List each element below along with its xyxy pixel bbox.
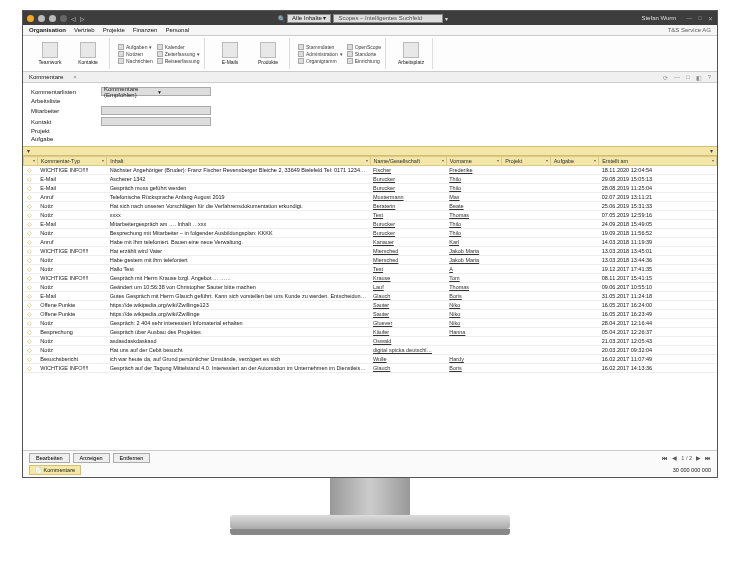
column-header[interactable]: Vorname▾: [446, 157, 501, 166]
window-button[interactable]: [49, 15, 56, 22]
tab-kommentare[interactable]: Kommentare: [29, 74, 63, 80]
menu-tab-vertrieb[interactable]: Vertrieb: [74, 27, 95, 33]
footer-tab-kommentare[interactable]: 📄 Kommentare: [29, 465, 81, 475]
table-row[interactable]: ◇E-MailGespräch muss geführt werdenBuruc…: [24, 184, 717, 193]
cell: Miersched: [370, 247, 446, 256]
cell: 13.03.2018 13:44:36: [599, 256, 717, 265]
ribbon-teamwork[interactable]: Teamwork: [33, 42, 67, 65]
tool-icon[interactable]: ⟳: [663, 74, 668, 81]
table-row[interactable]: ◇WICHTIGE INFO!!!!Gespräch auf der Tagun…: [24, 364, 717, 373]
forward-icon[interactable]: ▷: [80, 15, 85, 22]
table-row[interactable]: ◇NotizasdasdaskdaskasdOswald21.03.2017 1…: [24, 337, 717, 346]
pager-last-icon[interactable]: ⏭: [705, 455, 711, 461]
tool-icon[interactable]: ◧: [696, 74, 702, 81]
table-row[interactable]: ◇BesprechungGespräch über Ausbau des Pro…: [24, 328, 717, 337]
cell: Oswald: [370, 337, 446, 346]
table-row[interactable]: ◇AnrufTelefonische Rücksprache Anfang Au…: [24, 193, 717, 202]
table-row[interactable]: ◇E-MailMitarbeitergespräch am …. Inhalt …: [24, 220, 717, 229]
show-button[interactable]: Anzeigen: [73, 453, 110, 463]
table-row[interactable]: ◇NotizGeändert um 10:56:38 von Christoph…: [24, 283, 717, 292]
search-input[interactable]: Scopes – Intelligentes Suchfeld: [333, 14, 443, 23]
pager-prev-icon[interactable]: ◀: [672, 455, 677, 461]
grid-group-bar[interactable]: [23, 146, 717, 156]
minimize-icon[interactable]: —: [686, 15, 692, 22]
table-row[interactable]: ◇NotizHat sich nach unseren Vorschlägen …: [24, 202, 717, 211]
menu-tab-finanzen[interactable]: Finanzen: [133, 27, 158, 33]
ribbon-kalender[interactable]: Kalender: [157, 44, 200, 50]
column-header[interactable]: Name/Gesellschaft▾: [370, 157, 446, 166]
table-row[interactable]: ◇WICHTIGE INFO!!!!Nächster Angehöriger (…: [24, 166, 717, 175]
column-header[interactable]: Inhalt▾: [107, 157, 370, 166]
menu-tab-organisation[interactable]: Organisation: [29, 27, 66, 33]
window-button[interactable]: [27, 15, 34, 22]
ribbon-einrichtung[interactable]: Einrichtung: [347, 58, 381, 64]
pager-next-icon[interactable]: ▶: [696, 455, 701, 461]
data-grid[interactable]: ▾Kommentar-Typ▾Inhalt▾Name/Gesellschaft▾…: [23, 156, 717, 450]
close-icon[interactable]: ✕: [708, 15, 713, 22]
ribbon-reiseerfassung[interactable]: Reiseerfassung: [157, 58, 200, 64]
close-tab-icon[interactable]: ×: [73, 74, 77, 80]
column-header[interactable]: Aufgabe▾: [550, 157, 599, 166]
filter-combo[interactable]: Kommentare (Empfohlen)▼: [101, 87, 211, 96]
ribbon-emails[interactable]: E-Mails: [213, 42, 247, 65]
ribbon-stammdaten[interactable]: Stammdaten: [298, 44, 343, 50]
ribbon-arbeitsplatz[interactable]: Arbeitsplatz: [394, 42, 428, 65]
table-row[interactable]: ◇AnrufHabe mit Ihm telefoniert. Bauen ei…: [24, 238, 717, 247]
table-row[interactable]: ◇NotizGespräch: 2 404 sehr interessiert …: [24, 319, 717, 328]
filter-combo[interactable]: ▼: [101, 106, 211, 115]
table-row[interactable]: ◇WICHTIGE INFO!!!!Gespräch mit Herrn Kra…: [24, 274, 717, 283]
remove-button[interactable]: Entfernen: [113, 453, 151, 463]
back-icon[interactable]: ◁: [71, 15, 76, 22]
cell: Notiz: [37, 211, 106, 220]
table-row[interactable]: ◇Offene Punktehttps://de.wikipedia.org/w…: [24, 301, 717, 310]
cell: 19.12.2017 17:41:35: [599, 265, 717, 274]
table-row[interactable]: ◇NotizBesprechung mit Mitarbeiter – in f…: [24, 229, 717, 238]
column-header[interactable]: Kommentar-Typ▾: [37, 157, 106, 166]
tool-icon[interactable]: —: [674, 74, 680, 81]
column-header[interactable]: Projekt▾: [502, 157, 551, 166]
row-icon: ◇: [24, 355, 38, 364]
ribbon-aufgaben[interactable]: Aufgaben▾: [118, 44, 153, 50]
table-row[interactable]: ◇WICHTIGE INFO!!!!Hat erzählt wird Vater…: [24, 247, 717, 256]
ribbon-administration[interactable]: Administration▾: [298, 51, 343, 57]
pager-first-icon[interactable]: ⏮: [662, 455, 668, 461]
column-header[interactable]: ▾: [24, 157, 38, 166]
ribbon-notizen[interactable]: Notizen: [118, 51, 153, 57]
ribbon-nachrichten[interactable]: Nachrichten: [118, 58, 153, 64]
cell: 24.09.2018 15:49:05: [599, 220, 717, 229]
tool-icon[interactable]: □: [686, 74, 690, 81]
table-row[interactable]: ◇NotizxxxxTestThomas07.05.2019 12:59:16: [24, 211, 717, 220]
cell: [550, 265, 599, 274]
ribbon-standorte[interactable]: Standorte: [347, 51, 381, 57]
menu-tab-personal[interactable]: Personal: [165, 27, 189, 33]
filter-combo[interactable]: ▼: [101, 117, 211, 126]
table-row[interactable]: ◇E-MailGutes Gespräch mit Herrn Glauch g…: [24, 292, 717, 301]
ribbon-zeiterfassung[interactable]: Zeiterfassung▾: [157, 51, 200, 57]
row-icon: ◇: [24, 256, 38, 265]
cell: Nächster Angehöriger (Bruder): Franz Fis…: [107, 166, 370, 175]
cell: Glauch: [370, 292, 446, 301]
table-row[interactable]: ◇NotizHabe gestern mit ihm telefoniertMi…: [24, 256, 717, 265]
window-button[interactable]: [38, 15, 45, 22]
table-row[interactable]: ◇NotizHallo TestTestA19.12.2017 17:41:35: [24, 265, 717, 274]
cell: Thomas: [446, 283, 501, 292]
table-row[interactable]: ◇Besuchsberichtich war heute da, auf Gru…: [24, 355, 717, 364]
cell: Beraterin: [370, 202, 446, 211]
menu-tab-projekte[interactable]: Projekte: [103, 27, 125, 33]
table-row[interactable]: ◇NotizHat uns auf der Cebit besuchtdigit…: [24, 346, 717, 355]
cell: Max: [446, 193, 501, 202]
column-header[interactable]: Erstellt am▾: [599, 157, 717, 166]
table-row[interactable]: ◇Offene Punktehttps://de.wikipedia.org/w…: [24, 310, 717, 319]
maximize-icon[interactable]: □: [698, 15, 702, 22]
tool-icon[interactable]: ?: [708, 74, 711, 81]
edit-button[interactable]: Bearbeiten: [29, 453, 70, 463]
window-button[interactable]: [60, 15, 67, 22]
cell: Thilo: [446, 175, 501, 184]
ribbon-organigramm[interactable]: Organigramm: [298, 58, 343, 64]
ribbon-produkte[interactable]: Produkte: [251, 42, 285, 65]
table-row[interactable]: ◇E-MailAscherer 1342BuruckerThilo29.08.2…: [24, 175, 717, 184]
ribbon-kontakte[interactable]: Kontakte: [71, 42, 105, 65]
cell: E-Mail: [37, 175, 106, 184]
ribbon-openscope[interactable]: OpenScope: [347, 44, 381, 50]
scope-select[interactable]: Alle Inhalte ▾: [287, 14, 331, 23]
